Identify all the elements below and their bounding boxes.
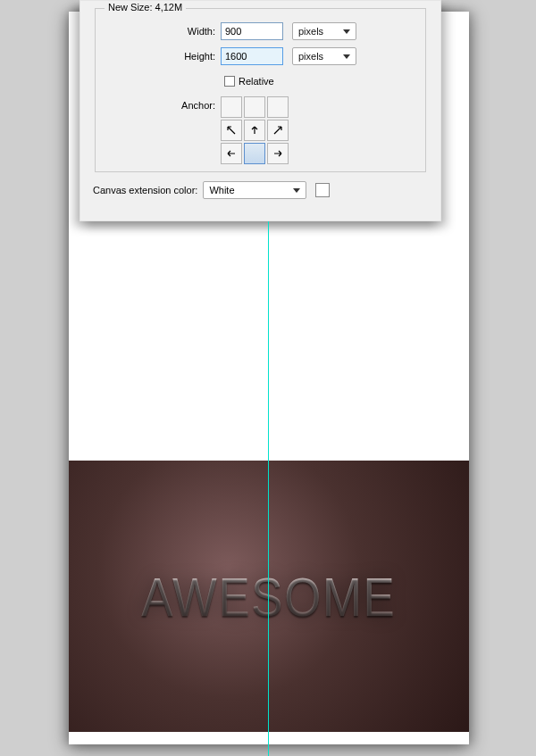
height-unit-value: pixels — [298, 51, 323, 62]
checkbox-icon — [224, 76, 235, 87]
anchor-label: Anchor: — [105, 96, 221, 111]
anchor-grid — [221, 96, 289, 164]
anchor-cell-mid-center[interactable] — [244, 120, 265, 141]
anchor-cell-bottom-center[interactable] — [244, 143, 265, 164]
width-label: Width: — [105, 26, 221, 37]
height-label: Height: — [105, 51, 221, 62]
arrow-up-icon — [248, 124, 261, 137]
height-input[interactable] — [221, 47, 283, 65]
extension-color-swatch[interactable] — [315, 183, 330, 197]
width-unit-select[interactable]: pixels — [292, 22, 356, 40]
anchor-cell-bottom-left[interactable] — [221, 143, 242, 164]
chevron-down-icon — [293, 188, 300, 193]
new-size-fieldset: New Size: 4,12M Width: pixels Height: pi… — [95, 8, 426, 172]
extension-color-value: White — [209, 185, 234, 195]
anchor-cell-mid-right[interactable] — [267, 120, 289, 141]
anchor-cell-top-left[interactable] — [221, 96, 242, 118]
anchor-cell-mid-left[interactable] — [221, 120, 242, 141]
canvas-size-dialog: New Size: 4,12M Width: pixels Height: pi… — [80, 0, 441, 221]
width-unit-value: pixels — [298, 26, 323, 37]
fieldset-legend: New Size: 4,12M — [105, 2, 186, 12]
extension-color-label: Canvas extension color: — [93, 185, 197, 195]
anchor-cell-top-center[interactable] — [244, 96, 265, 118]
relative-checkbox[interactable]: Relative — [224, 76, 274, 87]
arrow-up-right-icon — [272, 124, 284, 137]
relative-label: Relative — [239, 76, 274, 87]
chevron-down-icon — [343, 54, 350, 59]
extension-color-select[interactable]: White — [203, 181, 306, 199]
artwork-preview: AWESOME — [69, 461, 469, 732]
arrow-up-left-icon — [225, 124, 238, 137]
chevron-down-icon — [343, 29, 350, 34]
arrow-left-icon — [225, 147, 238, 160]
width-input[interactable] — [221, 22, 283, 40]
vertical-guide[interactable] — [268, 221, 269, 756]
arrow-right-icon — [272, 147, 284, 160]
anchor-cell-bottom-right[interactable] — [267, 143, 289, 164]
height-unit-select[interactable]: pixels — [292, 47, 356, 65]
anchor-cell-top-right[interactable] — [267, 96, 289, 118]
